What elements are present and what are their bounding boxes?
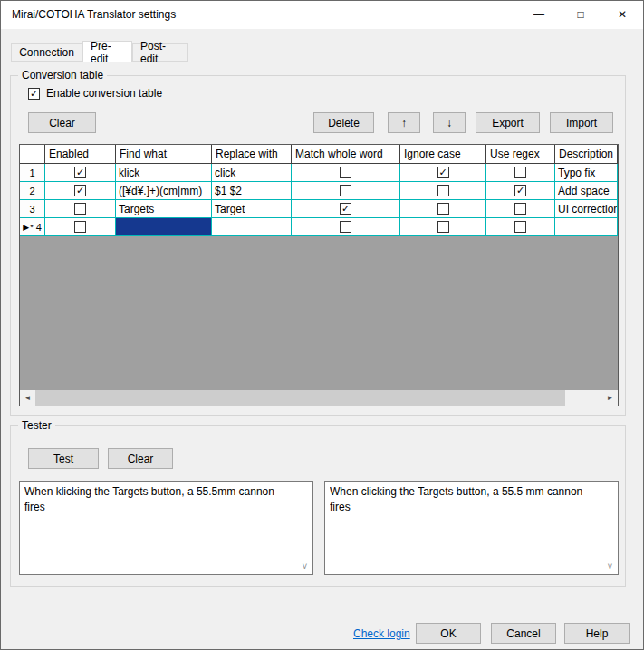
column-header-ignore-case[interactable]: Ignore case	[400, 145, 486, 163]
minimize-icon: —	[533, 8, 544, 21]
tester-input-text[interactable]: When klicking the Targets button, a 55.5…	[24, 484, 293, 571]
window-controls: — □ ✕	[518, 1, 643, 28]
cell-use-regex[interactable]: ✓	[486, 182, 555, 200]
delete-button[interactable]: Delete	[313, 112, 374, 133]
cell-replace[interactable]: $1 $2	[212, 182, 292, 200]
column-header-enabled[interactable]: Enabled	[45, 145, 116, 163]
row-header[interactable]: 1	[20, 164, 45, 182]
cell-description[interactable]	[555, 218, 618, 236]
cell-checkbox-unchecked[interactable]	[74, 221, 86, 233]
grid-clear-button[interactable]: Clear	[28, 112, 96, 133]
cell-use-regex[interactable]	[486, 200, 555, 218]
cell-checkbox-checked[interactable]: ✓	[514, 185, 526, 196]
cell-match-whole[interactable]: ✓	[292, 200, 400, 218]
table-row[interactable]: ▶*4	[20, 218, 618, 236]
move-up-button[interactable]: ↑	[388, 112, 420, 133]
tester-output-box[interactable]: When clicking the Targets button, a 55.5…	[324, 481, 619, 575]
cell-find[interactable]: Targets	[116, 200, 212, 218]
cell-checkbox-checked[interactable]: ✓	[437, 167, 449, 178]
conversion-group-label: Conversion table	[18, 69, 107, 81]
table-row[interactable]: 1✓klickclick✓Typo fix	[20, 164, 618, 182]
cell-ignore-case[interactable]	[400, 218, 486, 236]
scroll-down-icon[interactable]: ˅	[297, 559, 312, 573]
check-login-link[interactable]: Check login	[353, 627, 410, 640]
cell-checkbox-unchecked[interactable]	[74, 203, 86, 215]
tab-connection[interactable]: Connection	[11, 43, 82, 62]
cell-replace[interactable]	[212, 218, 292, 236]
row-header-current-new-row[interactable]: ▶*4	[20, 218, 45, 236]
grid-body[interactable]: 1✓klickclick✓Typo fix2✓([¥d¥.]+)(cm|mm)$…	[20, 164, 618, 236]
table-row[interactable]: 2✓([¥d¥.]+)(cm|mm)$1 $2✓Add space	[20, 182, 618, 200]
cell-checkbox-unchecked[interactable]	[514, 221, 526, 233]
grid-corner-cell[interactable]	[20, 145, 45, 163]
cell-enabled[interactable]	[45, 200, 116, 218]
cell-ignore-case[interactable]	[400, 200, 486, 218]
column-header-replace-with[interactable]: Replace with	[212, 145, 292, 163]
titlebar: Mirai/COTOHA Translator settings — □ ✕	[1, 1, 643, 29]
row-number: 4	[36, 222, 42, 233]
maximize-button[interactable]: □	[560, 1, 601, 28]
tester-clear-button[interactable]: Clear	[108, 448, 173, 469]
cell-enabled[interactable]	[45, 218, 116, 236]
cell-replace[interactable]: Target	[212, 200, 292, 218]
column-header-description[interactable]: Description	[555, 145, 618, 163]
export-button[interactable]: Export	[476, 112, 540, 133]
cell-checkbox-checked[interactable]: ✓	[74, 167, 86, 178]
checkbox-box[interactable]: ✓	[28, 88, 40, 100]
scroll-left-button[interactable]: ◄	[20, 390, 35, 406]
cell-match-whole[interactable]	[292, 164, 400, 182]
close-button[interactable]: ✕	[601, 1, 643, 28]
cell-checkbox-unchecked[interactable]	[437, 221, 449, 233]
tester-output-scrollbar[interactable]: ˅	[602, 482, 618, 574]
grid-horizontal-scrollbar[interactable]: ◄ ►	[20, 390, 618, 406]
cell-checkbox-checked[interactable]: ✓	[340, 203, 351, 215]
cell-checkbox-checked[interactable]: ✓	[74, 185, 86, 196]
tab-pre-edit[interactable]: Pre-edit	[82, 41, 132, 62]
cell-description[interactable]: Add space	[555, 182, 618, 200]
current-new-row-icon: ▶*	[23, 223, 34, 232]
column-header-match-whole-word[interactable]: Match whole word	[292, 145, 400, 163]
column-header-use-regex[interactable]: Use regex	[486, 145, 555, 163]
column-header-find-what[interactable]: Find what	[116, 145, 212, 163]
tester-input-box[interactable]: When klicking the Targets button, a 55.5…	[19, 481, 313, 575]
row-header[interactable]: 2	[20, 182, 45, 200]
ok-button[interactable]: OK	[416, 623, 481, 644]
scroll-thumb[interactable]	[35, 390, 565, 406]
cell-match-whole[interactable]	[292, 182, 400, 200]
cell-use-regex[interactable]	[486, 218, 555, 236]
cell-enabled[interactable]: ✓	[45, 164, 116, 182]
import-button[interactable]: Import	[550, 112, 613, 133]
move-down-button[interactable]: ↓	[433, 112, 466, 133]
cell-checkbox-unchecked[interactable]	[340, 185, 351, 196]
cell-checkbox-unchecked[interactable]	[437, 185, 449, 196]
cell-match-whole[interactable]	[292, 218, 400, 236]
conversion-grid[interactable]: EnabledFind whatReplace withMatch whole …	[19, 144, 619, 406]
cell-checkbox-unchecked[interactable]	[340, 167, 351, 178]
cell-checkbox-unchecked[interactable]	[437, 203, 449, 215]
cell-ignore-case[interactable]: ✓	[400, 164, 486, 182]
cancel-button[interactable]: Cancel	[491, 623, 556, 644]
cell-find[interactable]: klick	[116, 164, 212, 182]
scroll-down-icon[interactable]: ˅	[602, 559, 618, 573]
test-button[interactable]: Test	[28, 448, 99, 469]
cell-description[interactable]: Typo fix	[555, 164, 618, 182]
cell-description[interactable]: UI correction	[555, 200, 618, 218]
cell-replace[interactable]: click	[212, 164, 292, 182]
tester-input-scrollbar[interactable]: ˅	[297, 482, 312, 574]
scroll-right-button[interactable]: ►	[602, 390, 618, 406]
minimize-button[interactable]: —	[518, 1, 560, 28]
cell-use-regex[interactable]	[486, 164, 555, 182]
cell-checkbox-unchecked[interactable]	[514, 203, 526, 215]
tab-post-edit[interactable]: Post-edit	[132, 43, 188, 62]
tester-output-text[interactable]: When clicking the Targets button, a 55.5…	[330, 484, 598, 571]
enable-conversion-checkbox[interactable]: ✓ Enable conversion table	[28, 87, 162, 100]
cell-ignore-case[interactable]	[400, 182, 486, 200]
table-row[interactable]: 3TargetsTarget✓UI correction	[20, 200, 618, 218]
cell-find[interactable]: ([¥d¥.]+)(cm|mm)	[116, 182, 212, 200]
cell-find[interactable]	[116, 218, 212, 236]
cell-checkbox-unchecked[interactable]	[340, 221, 351, 233]
cell-checkbox-unchecked[interactable]	[514, 167, 526, 178]
row-header[interactable]: 3	[20, 200, 45, 218]
cell-enabled[interactable]: ✓	[45, 182, 116, 200]
help-button[interactable]: Help	[564, 623, 630, 644]
